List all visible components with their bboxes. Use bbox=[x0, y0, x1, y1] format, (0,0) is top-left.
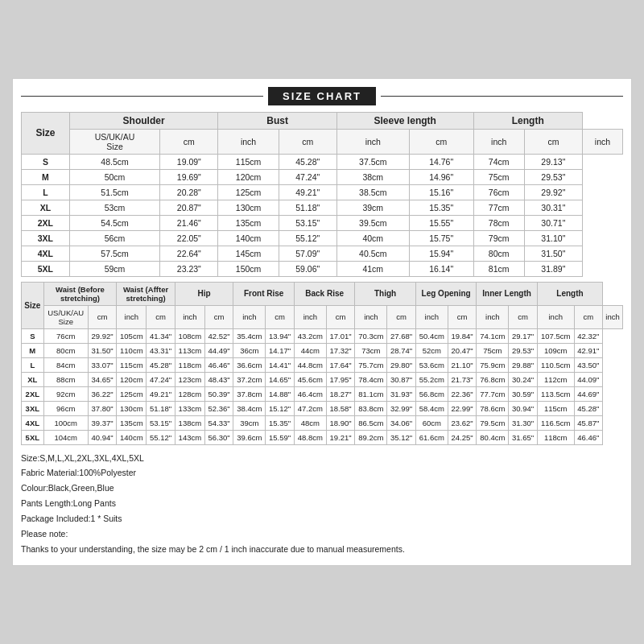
sh-size-label: US/UK/AUSize bbox=[69, 129, 160, 154]
table-cell: 79cm bbox=[473, 230, 524, 246]
table-cell: 138cm bbox=[175, 415, 204, 430]
table-cell: 3XL bbox=[22, 230, 70, 246]
table-cell: 21.73" bbox=[448, 372, 477, 386]
table-cell: 13.94" bbox=[266, 328, 295, 343]
table-cell: 27.68" bbox=[387, 328, 416, 343]
table-cell: 75.9cm bbox=[477, 357, 509, 372]
table-cell: 29.53" bbox=[524, 169, 582, 184]
b-leg-opening-header: Leg Opening bbox=[415, 282, 476, 305]
table-cell: 15.59" bbox=[266, 430, 295, 444]
table-cell: 54.5cm bbox=[69, 215, 160, 230]
b-il-cm: cm bbox=[509, 305, 538, 328]
table-cell: 116.5cm bbox=[537, 415, 574, 430]
table-cell: 81.1cm bbox=[355, 386, 387, 401]
table-cell: 56cm bbox=[69, 230, 160, 246]
table-cell: 40.94" bbox=[88, 430, 117, 444]
note-line: Fabric Material:100%Polyester bbox=[21, 466, 623, 481]
b-hip-header: Hip bbox=[175, 282, 233, 305]
table-cell: 39cm bbox=[233, 415, 266, 430]
table-cell: 59.06" bbox=[279, 261, 336, 276]
table-cell: 51.18" bbox=[147, 401, 175, 415]
table-cell: 123cm bbox=[175, 372, 204, 386]
table-cell: 50.39" bbox=[204, 386, 233, 401]
table-cell: 2XL bbox=[22, 386, 44, 401]
table-cell: 31.93" bbox=[387, 386, 416, 401]
top-size-table: Size Shoulder Bust Sleeve length Length … bbox=[21, 112, 623, 277]
table-cell: 45.87" bbox=[574, 415, 603, 430]
table-cell: 77cm bbox=[473, 200, 524, 215]
b-back-rise-header: Back Rise bbox=[294, 282, 354, 305]
table-cell: 22.99" bbox=[448, 401, 477, 415]
table-cell: 18.27" bbox=[326, 386, 355, 401]
table-cell: 38cm bbox=[336, 169, 409, 184]
table-cell: 4XL bbox=[22, 415, 44, 430]
table-cell: 112cm bbox=[537, 372, 574, 386]
table-cell: 39.5cm bbox=[336, 215, 409, 230]
table-cell: 89.2cm bbox=[355, 430, 387, 444]
table-cell: 53.15" bbox=[279, 215, 336, 230]
table-cell: 108cm bbox=[175, 328, 204, 343]
b-front-rise-header: Front Rise bbox=[233, 282, 294, 305]
b-wb-inch: inch bbox=[117, 305, 147, 328]
table-cell: 2XL bbox=[22, 215, 70, 230]
table-cell: 29.17" bbox=[509, 328, 538, 343]
table-cell: 47.24" bbox=[147, 372, 175, 386]
size-col-header: Size bbox=[22, 112, 70, 154]
table-row: L51.5cm20.28"125cm49.21"38.5cm15.16"76cm… bbox=[22, 184, 623, 200]
table-cell: 22.05" bbox=[160, 230, 218, 246]
table-row: 3XL56cm22.05"140cm55.12"40cm15.75"79cm31… bbox=[22, 230, 623, 246]
len-cm: cm bbox=[524, 129, 582, 154]
table-cell: 113.5cm bbox=[537, 386, 574, 401]
table-cell: 31.50" bbox=[524, 246, 582, 261]
table-cell: 29.92" bbox=[524, 184, 582, 200]
table-cell: 15.75" bbox=[409, 230, 473, 246]
table-cell: 15.35" bbox=[409, 200, 473, 215]
table-cell: 109cm bbox=[537, 343, 574, 357]
table-cell: 140cm bbox=[218, 230, 279, 246]
table-cell: 5XL bbox=[22, 430, 44, 444]
table-cell: 14.65" bbox=[266, 372, 295, 386]
size-chart-card: SIZE CHART Size Shoulder Bust Sleeve len… bbox=[12, 78, 632, 567]
table-cell: 100cm bbox=[43, 415, 88, 430]
b-len-cm: cm bbox=[574, 305, 603, 328]
note-line: Pants Length:Long Pants bbox=[21, 497, 623, 511]
table-cell: 46.4cm bbox=[294, 386, 326, 401]
table-cell: 130cm bbox=[218, 200, 279, 215]
table-cell: 79.5cm bbox=[477, 415, 509, 430]
sh-inch: inch bbox=[218, 129, 279, 154]
table-cell: 76cm bbox=[43, 328, 88, 343]
table-row: 2XL54.5cm21.46"135cm53.15"39.5cm15.55"78… bbox=[22, 215, 623, 230]
table-cell: 120cm bbox=[117, 372, 147, 386]
table-cell: 48cm bbox=[294, 415, 326, 430]
table-cell: 107.5cm bbox=[537, 328, 574, 343]
table-cell: 75cm bbox=[473, 169, 524, 184]
table-cell: 17.01" bbox=[326, 328, 355, 343]
table-cell: 20.87" bbox=[160, 200, 218, 215]
table-cell: 133cm bbox=[175, 401, 204, 415]
note-line: Please note: bbox=[21, 527, 623, 542]
table-row: XL88cm34.65"120cm47.24"123cm48.43"37.2cm… bbox=[22, 372, 623, 386]
b-waist-after-header: Waist (Affterstretching) bbox=[117, 282, 175, 305]
table-cell: 39.37" bbox=[88, 415, 117, 430]
table-cell: 56.30" bbox=[204, 430, 233, 444]
chart-title: SIZE CHART bbox=[268, 87, 376, 105]
table-cell: 23.62" bbox=[448, 415, 477, 430]
bust-header: Bust bbox=[218, 112, 336, 129]
table-cell: 54.33" bbox=[204, 415, 233, 430]
table-cell: 113cm bbox=[175, 343, 204, 357]
table-cell: XL bbox=[22, 372, 44, 386]
table-cell: 115cm bbox=[117, 357, 147, 372]
bottom-table-body: S76cm29.92"105cm41.34"108cm42.52"35.4cm1… bbox=[22, 328, 623, 444]
table-cell: 19.69" bbox=[160, 169, 218, 184]
b-wa-inch: inch bbox=[175, 305, 204, 328]
table-cell: 55.2cm bbox=[415, 372, 448, 386]
table-cell: 46.46" bbox=[204, 357, 233, 372]
table-cell: 118cm bbox=[537, 430, 574, 444]
title-bar: SIZE CHART bbox=[21, 87, 623, 105]
title-line-right bbox=[381, 96, 623, 97]
table-cell: 36.6cm bbox=[233, 357, 266, 372]
table-row: 3XL96cm37.80"130cm51.18"133cm52.36"38.4c… bbox=[22, 401, 623, 415]
note-line: Size:S,M,L,XL,2XL,3XL,4XL,5XL bbox=[21, 452, 623, 466]
table-cell: 22.36" bbox=[448, 386, 477, 401]
table-cell: 53.6cm bbox=[415, 357, 448, 372]
